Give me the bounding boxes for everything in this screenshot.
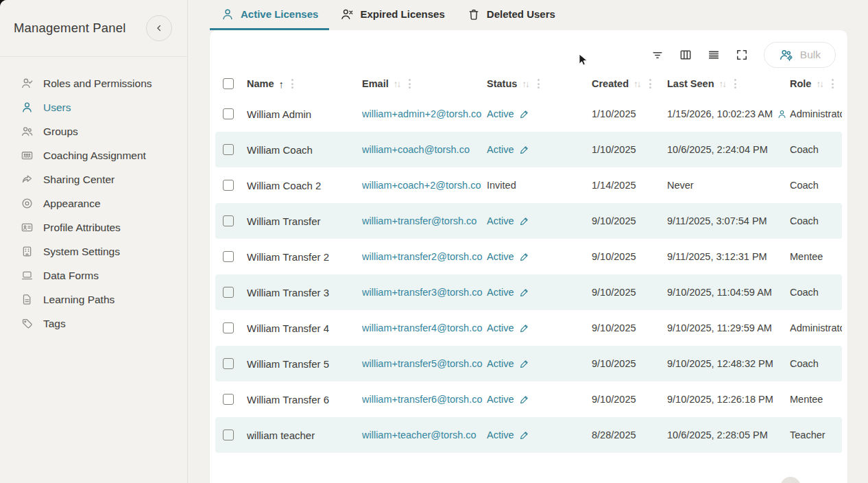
last-seen-cell: 9/10/2025, 11:04:59 AM bbox=[667, 287, 790, 298]
toolbar-icon-button[interactable] bbox=[706, 47, 721, 62]
sidebar-item[interactable]: System Settings bbox=[0, 239, 187, 263]
email-link[interactable]: william+transfer6@torsh.co bbox=[362, 394, 483, 405]
sidebar-collapse-button[interactable] bbox=[146, 15, 172, 41]
email-link[interactable]: william+admin+2@torsh.co bbox=[362, 108, 481, 119]
bulk-button[interactable]: Bulk bbox=[764, 42, 836, 68]
email-cell: william+coach+2@torsh.co bbox=[362, 180, 487, 191]
name-cell: William Admin bbox=[247, 108, 362, 120]
name-cell: William Transfer 2 bbox=[247, 251, 362, 263]
sidebar-item[interactable]: Roles and Permissions bbox=[0, 71, 187, 95]
email-cell: william+admin+2@torsh.co bbox=[362, 108, 487, 119]
column-label: Email bbox=[362, 78, 389, 89]
tab[interactable]: Active Licenses bbox=[210, 0, 329, 30]
email-cell: william+transfer@torsh.co bbox=[362, 215, 487, 226]
sidebar-item-icon bbox=[21, 149, 34, 162]
edit-status-pencil-icon[interactable] bbox=[519, 251, 530, 262]
table-row[interactable]: William Transfer 5 william+transfer5@tor… bbox=[215, 346, 842, 381]
table-row[interactable]: William Transfer 6 william+transfer6@tor… bbox=[215, 381, 842, 417]
column-label: Created bbox=[592, 78, 629, 89]
column-menu-icon[interactable] bbox=[291, 79, 293, 89]
row-checkbox[interactable] bbox=[223, 251, 234, 262]
edit-status-pencil-icon[interactable] bbox=[519, 358, 530, 369]
email-link[interactable]: william+transfer2@torsh.co bbox=[362, 251, 483, 262]
email-link[interactable]: william+transfer3@torsh.co bbox=[362, 287, 483, 298]
sort-arrows-icon[interactable]: ↑↓ bbox=[522, 79, 530, 89]
email-link[interactable]: william+transfer@torsh.co bbox=[362, 215, 477, 226]
sort-arrows-icon[interactable]: ↑↓ bbox=[634, 79, 642, 89]
toolbar-icons bbox=[650, 47, 749, 62]
column-header[interactable]: Last Seen ↑↓ bbox=[667, 78, 790, 89]
column-header[interactable]: Status ↑↓ bbox=[487, 78, 592, 89]
status-label: Active bbox=[487, 322, 514, 333]
sidebar-item[interactable]: Learning Paths bbox=[0, 287, 187, 311]
column-header[interactable]: Role ↑↓ bbox=[790, 78, 842, 89]
toolbar-icon-button[interactable] bbox=[734, 47, 749, 62]
table-row[interactable]: William Transfer william+transfer@torsh.… bbox=[215, 203, 842, 239]
sidebar-item[interactable]: Appearance bbox=[0, 191, 187, 215]
tab[interactable]: Deleted Users bbox=[456, 0, 566, 30]
row-checkbox[interactable] bbox=[223, 144, 234, 155]
row-checkbox[interactable] bbox=[223, 322, 234, 333]
edit-status-pencil-icon[interactable] bbox=[519, 144, 530, 155]
created-cell: 9/10/2025 bbox=[592, 394, 667, 405]
email-link[interactable]: william+transfer4@torsh.co bbox=[362, 322, 483, 333]
tab-label: Active Licenses bbox=[241, 8, 318, 20]
sidebar-item[interactable]: Sharing Center bbox=[0, 167, 187, 191]
toolbar-icon-button[interactable] bbox=[650, 47, 665, 62]
sidebar-item[interactable]: Profile Attributes bbox=[0, 215, 187, 239]
sidebar-item[interactable]: Coaching Assignment bbox=[0, 143, 187, 167]
sidebar-item[interactable]: Tags bbox=[0, 311, 187, 335]
table-row[interactable]: William Transfer 2 william+transfer2@tor… bbox=[215, 239, 842, 274]
edit-status-pencil-icon[interactable] bbox=[519, 322, 530, 333]
last-seen-cell: Never bbox=[667, 180, 790, 191]
table-row[interactable]: William Transfer 4 william+transfer4@tor… bbox=[215, 310, 842, 346]
row-checkbox[interactable] bbox=[223, 215, 234, 226]
sort-arrows-icon[interactable]: ↑↓ bbox=[394, 79, 402, 89]
sort-arrows-icon[interactable]: ↑↓ bbox=[816, 79, 824, 89]
tab-label: Deleted Users bbox=[487, 8, 555, 20]
edit-status-pencil-icon[interactable] bbox=[519, 287, 530, 298]
tab-label: Expired Licenses bbox=[360, 8, 444, 20]
table-row[interactable]: William Coach 2 william+coach+2@torsh.co… bbox=[215, 167, 842, 203]
column-header[interactable]: Created ↑↓ bbox=[592, 78, 667, 89]
table-row[interactable]: william teacher william+teacher@torsh.co… bbox=[215, 417, 842, 453]
edit-status-pencil-icon[interactable] bbox=[519, 108, 530, 119]
table-row[interactable]: William Coach william+coach@torsh.co Act… bbox=[215, 132, 842, 167]
column-menu-icon[interactable] bbox=[649, 79, 651, 89]
row-checkbox[interactable] bbox=[223, 429, 234, 440]
edit-status-pencil-icon[interactable] bbox=[519, 215, 530, 226]
column-menu-icon[interactable] bbox=[409, 79, 411, 89]
sidebar-item[interactable]: Groups bbox=[0, 119, 187, 143]
edit-status-pencil-icon[interactable] bbox=[519, 394, 530, 405]
column-menu-icon[interactable] bbox=[832, 79, 834, 89]
toolbar-icon bbox=[735, 48, 749, 62]
email-link[interactable]: william+teacher@torsh.co bbox=[362, 429, 477, 440]
sort-arrows-icon[interactable]: ↑↓ bbox=[279, 78, 285, 90]
sidebar-item[interactable]: Data Forms bbox=[0, 263, 187, 287]
column-header[interactable]: Name ↑↓ bbox=[247, 78, 362, 90]
select-all-checkbox[interactable] bbox=[223, 78, 234, 89]
row-checkbox[interactable] bbox=[223, 394, 234, 405]
toolbar-icon-button[interactable] bbox=[678, 47, 693, 62]
tab[interactable]: Expired Licenses bbox=[329, 0, 455, 30]
edit-status-pencil-icon[interactable] bbox=[519, 429, 530, 440]
previous-page-button[interactable] bbox=[756, 478, 774, 483]
row-checkbox[interactable] bbox=[223, 180, 234, 191]
role-cell: Mentee bbox=[790, 394, 842, 405]
last-seen-value: 9/10/2025, 12:48:32 PM bbox=[667, 358, 773, 369]
email-link[interactable]: william+transfer5@torsh.co bbox=[362, 358, 483, 369]
current-page-indicator[interactable]: 1 bbox=[780, 477, 801, 483]
next-page-button[interactable] bbox=[807, 478, 825, 483]
column-menu-icon[interactable] bbox=[538, 79, 540, 89]
column-header[interactable]: Email ↑↓ bbox=[362, 78, 487, 89]
table-row[interactable]: William Admin william+admin+2@torsh.co A… bbox=[215, 96, 842, 132]
row-checkbox[interactable] bbox=[223, 108, 234, 119]
row-checkbox[interactable] bbox=[223, 287, 234, 298]
sort-arrows-icon[interactable]: ↑↓ bbox=[719, 79, 727, 89]
table-row[interactable]: William Transfer 3 william+transfer3@tor… bbox=[215, 274, 842, 310]
email-link[interactable]: william+coach+2@torsh.co bbox=[362, 180, 481, 191]
email-link[interactable]: william+coach@torsh.co bbox=[362, 144, 470, 155]
sidebar-item[interactable]: Users bbox=[0, 95, 187, 119]
column-menu-icon[interactable] bbox=[734, 79, 736, 89]
row-checkbox[interactable] bbox=[223, 358, 234, 369]
